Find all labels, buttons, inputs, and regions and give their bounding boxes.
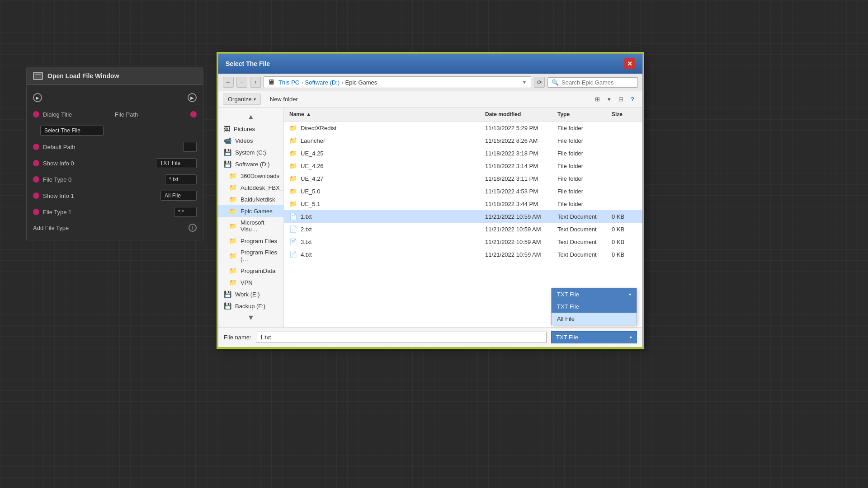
search-input[interactable] [561, 79, 634, 86]
software-d-icon: 💾 [224, 160, 231, 168]
sidebar-item-autodesk[interactable]: 📁 Autodesk_FBX_ [218, 182, 283, 193]
dialog-nav: ← → ↑ 🖥 This PC › Software (D:) › Epic G… [218, 74, 642, 91]
file-row[interactable]: 📁 Launcher 11/16/2022 8:26 AM File folde… [284, 134, 642, 147]
sidebar-item-baidu[interactable]: 📁 BaiduNetdisk [218, 193, 283, 205]
dialog-titlebar: Select The File ✕ [218, 54, 642, 74]
view-preview-button[interactable]: ⊟ [615, 94, 626, 105]
show-info-1-input[interactable] [160, 191, 197, 201]
col-header-name[interactable]: Name ▲ [284, 109, 480, 119]
file-row[interactable]: 📁 UE_4.27 11/18/2022 3:11 PM File folder [284, 172, 642, 185]
sidebar-item-label: 360Downloads [241, 173, 279, 179]
file-row[interactable]: 📁 UE_4.25 11/18/2022 3:18 PM File folder [284, 147, 642, 160]
dropdown-header-label: TXT File [557, 291, 579, 298]
file-size [606, 127, 642, 129]
filetype-select-display[interactable]: TXT File ▾ [551, 331, 637, 343]
view-details-button[interactable]: ⊞ [592, 94, 603, 105]
file-row[interactable]: 📁 DirectXRedist 11/13/2022 5:29 PM File … [284, 122, 642, 134]
sidebar-item-label: BaiduNetdisk [241, 196, 275, 203]
default-path-pin [33, 144, 39, 150]
file-date: 11/18/2022 3:11 PM [480, 174, 552, 183]
show-info-1-row: Show Info 1 [27, 188, 203, 204]
360downloads-icon: 📁 [229, 172, 237, 179]
dropdown-item-all[interactable]: All File [552, 313, 637, 325]
sidebar-item-label: Program Files [241, 238, 277, 244]
add-file-type-icon[interactable]: + [189, 224, 197, 232]
file-type: File folder [552, 187, 606, 196]
col-header-date[interactable]: Date modified [480, 109, 552, 119]
sidebar-scroll-up[interactable]: ▲ [218, 111, 283, 123]
dialog-close-button[interactable]: ✕ [624, 58, 635, 69]
file-type-1-input[interactable] [174, 207, 197, 217]
dialog-title-input[interactable] [40, 126, 104, 136]
file-type: Text Document [552, 212, 606, 221]
file-row[interactable]: 📄 1.txt 11/21/2022 10:59 AM Text Documen… [284, 210, 642, 223]
nav-refresh-button[interactable]: ⟳ [534, 77, 545, 88]
sort-icon: ▲ [306, 111, 311, 117]
nav-forward-button[interactable]: → [236, 77, 247, 88]
file-row[interactable]: 📁 UE_5.0 11/15/2022 4:53 PM File folder [284, 185, 642, 197]
file-row[interactable]: 📄 3.txt 11/21/2022 10:59 AM Text Documen… [284, 235, 642, 248]
file-type-0-input[interactable] [165, 174, 197, 184]
sidebar-item-label: Epic Games [241, 208, 273, 215]
add-file-type-row[interactable]: Add File Type + [27, 220, 203, 235]
file-icon: 📄 [289, 225, 297, 233]
sidebar-item-epic-games[interactable]: 📁 Epic Games [218, 205, 283, 217]
sidebar-item-program-files-x86[interactable]: 📁 Program Files (… [218, 247, 283, 265]
play-right-button[interactable]: ▶ [188, 93, 197, 102]
file-size [606, 139, 642, 142]
search-icon: 🔍 [552, 79, 559, 86]
file-name: 1.txt [301, 213, 312, 220]
default-path-label: Default Path [43, 144, 179, 150]
sidebar-item-microsoft[interactable]: 📁 Microsoft Visu… [218, 217, 283, 235]
file-name: 4.txt [301, 251, 312, 258]
sidebar-item-work-e[interactable]: 💾 Work (E:) [218, 288, 283, 300]
sidebar-item-backup-f[interactable]: 💾 Backup (F:) [218, 300, 283, 312]
view-dropdown-button[interactable]: ▾ [604, 94, 614, 105]
new-folder-button[interactable]: New folder [265, 94, 302, 104]
play-left-button[interactable]: ▶ [33, 93, 42, 102]
filename-label: File name: [224, 334, 251, 341]
program-files-x86-icon: 📁 [229, 252, 237, 259]
col-header-type[interactable]: Type [552, 109, 606, 119]
breadcrumb-software-d[interactable]: Software (D:) [305, 79, 340, 86]
file-date: 11/21/2022 10:59 AM [480, 212, 552, 221]
sidebar-item-pictures[interactable]: 🖼 Pictures [218, 123, 283, 135]
help-button[interactable]: ? [627, 94, 638, 105]
sidebar-item-system-c[interactable]: 💾 System (C:) [218, 146, 283, 158]
filename-input[interactable] [256, 332, 547, 343]
sidebar-item-360downloads[interactable]: 📁 360Downloads [218, 170, 283, 182]
file-size: 0 KB [606, 225, 642, 234]
exec-row: ▶ ▶ [27, 89, 203, 106]
sidebar-item-programdata[interactable]: 📁 ProgramData [218, 265, 283, 277]
nav-back-button[interactable]: ← [223, 77, 234, 88]
show-info-0-label: Show Info 0 [43, 160, 152, 167]
file-type: Text Document [552, 237, 606, 247]
sidebar-item-videos[interactable]: 📹 Videos [218, 135, 283, 146]
vpn-icon: 📁 [229, 279, 237, 286]
show-info-0-input[interactable] [156, 158, 197, 168]
breadcrumb-this-pc[interactable]: This PC [278, 79, 299, 86]
sidebar-item-program-files[interactable]: 📁 Program Files [218, 235, 283, 247]
node-panel-header: Open Load File Window [27, 67, 203, 85]
show-info-1-label: Show Info 1 [43, 192, 157, 199]
nav-up-button[interactable]: ↑ [250, 77, 261, 88]
dropdown-header-arrow: ▾ [629, 292, 631, 297]
sidebar-scroll-down[interactable]: ▼ [218, 312, 283, 324]
file-size [606, 190, 642, 192]
dropdown-item-txt[interactable]: TXT File [552, 300, 637, 313]
organize-label: Organize [228, 96, 252, 103]
file-row[interactable]: 📁 UE_4.26 11/18/2022 3:14 PM File folder [284, 160, 642, 172]
default-path-input[interactable] [183, 142, 197, 152]
file-type: File folder [552, 136, 606, 145]
col-header-size[interactable]: Size [606, 109, 642, 119]
file-size: 0 KB [606, 237, 642, 247]
file-path-label: File Path [115, 111, 183, 118]
file-row[interactable]: 📄 4.txt 11/21/2022 10:59 AM Text Documen… [284, 248, 642, 261]
sidebar-item-vpn[interactable]: 📁 VPN [218, 277, 283, 288]
sidebar-item-software-d[interactable]: 💾 Software (D:) [218, 158, 283, 170]
organize-button[interactable]: Organize ▾ [223, 94, 261, 105]
file-row[interactable]: 📁 UE_5.1 11/18/2022 3:44 PM File folder [284, 197, 642, 210]
file-row[interactable]: 📄 2.txt 11/21/2022 10:59 AM Text Documen… [284, 223, 642, 235]
dropdown-header: TXT File ▾ [552, 288, 637, 300]
file-type-1-row: File Type 1 [27, 204, 203, 220]
